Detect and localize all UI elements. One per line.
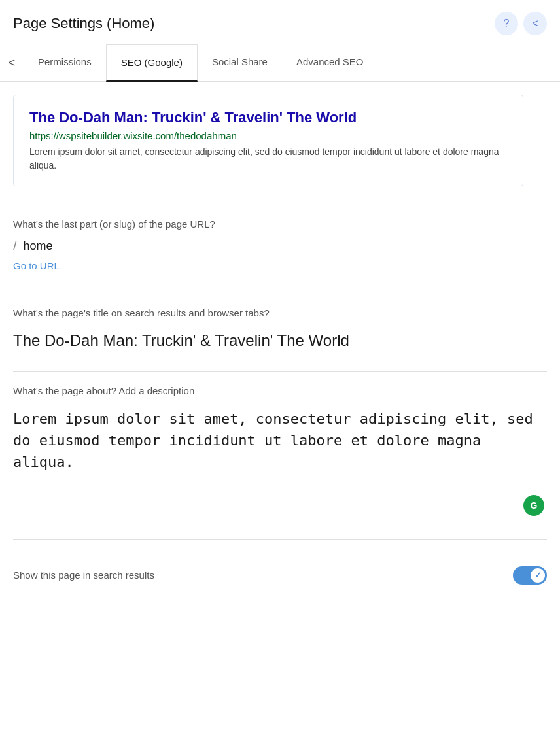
url-slug-section: What's the last part (or slug) of the pa… [13,218,547,291]
toggle-label: Show this page in search results [13,570,154,581]
search-results-toggle-row: Show this page in search results ✓ [13,553,547,591]
preview-title: The Do-Dah Man: Truckin' & Travelin' The… [29,109,507,128]
description-wrapper: G [13,405,547,521]
page-title-label: What's the page's title on search result… [13,307,547,318]
url-slug-input[interactable] [24,239,547,253]
preview-description: Lorem ipsum dolor sit amet, consectetur … [29,145,507,173]
help-button[interactable]: ? [495,12,518,35]
back-button[interactable]: < [523,12,547,35]
divider-2 [13,294,547,294]
page-header: Page Settings (Home) ? < [0,0,560,44]
divider-1 [13,205,547,205]
url-slug-label: What's the last part (or slug) of the pa… [13,218,547,230]
header-actions: ? < [495,12,547,35]
divider-4 [13,539,547,540]
tab-back-button[interactable]: < [0,44,24,81]
tab-permissions[interactable]: Permissions [24,44,106,81]
google-preview-card: The Do-Dah Man: Truckin' & Travelin' The… [13,95,523,186]
page-title: Page Settings (Home) [13,15,154,32]
main-content: The Do-Dah Man: Truckin' & Travelin' The… [0,82,560,611]
divider-3 [13,371,547,372]
toggle-knob: ✓ [531,568,545,583]
tab-seo-google[interactable]: SEO (Google) [106,44,198,82]
description-section: What's the page about? Add a description… [13,385,547,537]
page-title-input[interactable] [13,328,547,353]
url-slash: / [13,239,17,254]
description-input[interactable] [13,405,547,519]
tabs-container: < Permissions SEO (Google) Social Share … [0,44,560,82]
tab-social-share[interactable]: Social Share [198,44,282,81]
preview-url: https://wspsitebuilder.wixsite.com/thedo… [29,130,507,141]
goto-url-link[interactable]: Go to URL [13,260,60,271]
toggle-check-icon: ✓ [534,570,542,580]
search-results-toggle[interactable]: ✓ [513,566,547,585]
url-row: / [13,239,547,254]
tab-advanced-seo[interactable]: Advanced SEO [282,44,378,81]
grammarly-icon: G [523,495,544,516]
page-title-section: What's the page's title on search result… [13,307,547,369]
description-label: What's the page about? Add a description [13,385,547,396]
